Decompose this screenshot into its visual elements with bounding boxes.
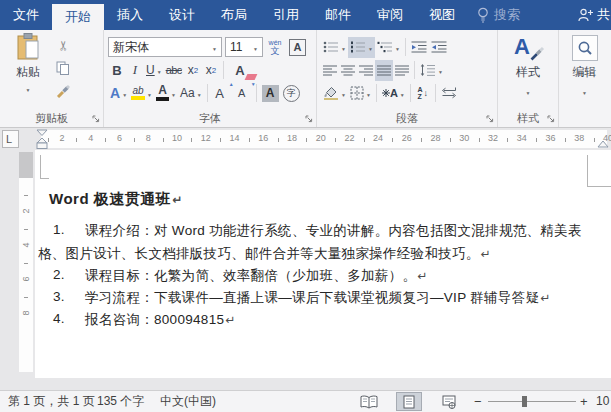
asian-layout-caret[interactable] [398, 86, 405, 100]
change-case-button[interactable]: Aa [178, 83, 204, 104]
superscript-button[interactable]: x2 [202, 60, 220, 81]
ruler-number: 28 [429, 133, 443, 143]
paste-button[interactable]: 粘贴 [7, 33, 49, 111]
enclose-characters-button[interactable]: 字 [281, 83, 302, 104]
ruler-number: 20 [314, 133, 328, 143]
paragraph-dialog-launcher[interactable] [485, 114, 495, 124]
font-color-button[interactable]: A [154, 83, 178, 104]
font-size-caret[interactable] [251, 40, 258, 54]
font-name-value: 新宋体 [113, 39, 149, 56]
character-shading-button[interactable]: A [260, 83, 281, 104]
group-clipboard: 粘贴 ✂ 剪贴板 [0, 30, 104, 127]
zoom-percentage[interactable]: 10 [596, 391, 609, 412]
bold-button[interactable]: B [108, 60, 126, 81]
tab-view[interactable]: 视图 [416, 0, 468, 30]
decrease-indent-button[interactable] [409, 37, 429, 58]
text-effects-caret[interactable] [120, 86, 127, 100]
web-layout-button[interactable] [436, 392, 462, 411]
highlight-caret[interactable] [145, 86, 152, 100]
tab-mailings[interactable]: 邮件 [312, 0, 364, 30]
numbering-caret[interactable] [366, 40, 373, 54]
subscript-button[interactable]: x2 [184, 60, 202, 81]
tab-selector[interactable]: L [2, 130, 19, 148]
divider [435, 84, 436, 102]
font-color-caret[interactable] [169, 86, 176, 100]
tell-me-search[interactable]: 搜索 [477, 0, 520, 30]
bullets-caret[interactable] [339, 40, 346, 54]
align-left-button[interactable] [321, 60, 339, 81]
phonetic-bottom: 文 [271, 47, 280, 55]
doc-line: 格、图片设计、长文档排版技巧、邮件合并等大量独家操作经验和技巧。↵ [35, 245, 611, 265]
underline-button[interactable]: U [144, 60, 164, 81]
grow-font-button[interactable]: A [211, 83, 229, 104]
align-center-button[interactable] [339, 60, 357, 81]
strikethrough-button[interactable]: abc [164, 60, 184, 81]
shading-button[interactable] [321, 83, 348, 104]
phonetic-guide-button[interactable]: wén 文 [266, 37, 284, 58]
font-dialog-launcher[interactable] [304, 114, 314, 124]
font-name-combo[interactable]: 新宋体 [108, 37, 222, 57]
line-spacing-caret[interactable] [436, 63, 443, 77]
text-boundary-mark [40, 178, 49, 179]
underline-caret[interactable] [155, 63, 162, 77]
tab-references[interactable]: 引用 [260, 0, 312, 30]
tab-review[interactable]: 审阅 [364, 0, 416, 30]
word-count[interactable]: 135 个字 [97, 391, 144, 412]
numbering-button[interactable] [348, 37, 375, 58]
character-border-button[interactable]: A [287, 37, 308, 58]
zoom-slider-track[interactable] [488, 401, 576, 402]
justify-button[interactable] [375, 60, 393, 81]
styles-caret[interactable] [526, 84, 531, 98]
multilevel-caret[interactable] [393, 40, 400, 54]
show-hide-marks-button[interactable] [439, 83, 459, 104]
tab-insert[interactable]: 插入 [104, 0, 156, 30]
text-effects-button[interactable]: A [108, 83, 129, 104]
print-layout-button[interactable] [396, 392, 422, 411]
ruler-number: 8 [141, 133, 155, 143]
document-page[interactable]: Word 极速贯通班↵ 1. 课程介绍：对 Word 功能进行系统、专业的讲解。… [35, 150, 611, 378]
increase-indent-button[interactable] [429, 37, 449, 58]
zoom-in-button[interactable]: + [580, 391, 588, 412]
zoom-out-button[interactable]: − [474, 391, 482, 412]
language-indicator[interactable]: 中文(中国) [160, 391, 216, 412]
align-right-button[interactable] [357, 60, 375, 81]
highlight-button[interactable]: ab [129, 83, 154, 104]
italic-button[interactable]: I [126, 60, 144, 81]
editing-button[interactable]: 编辑 [572, 35, 598, 110]
copy-button[interactable] [53, 58, 73, 78]
clipboard-dialog-launcher[interactable] [91, 114, 101, 124]
bullets-icon [323, 41, 339, 53]
tab-layout[interactable]: 布局 [208, 0, 260, 30]
page-indicator[interactable]: 第 1 页，共 1 页 [8, 391, 95, 412]
change-case-caret[interactable] [195, 86, 202, 100]
sort-button[interactable]: AZ ↓ [414, 83, 432, 104]
styles-button[interactable]: A 样式 [513, 35, 543, 110]
paste-dropdown-caret[interactable] [26, 81, 31, 95]
line-spacing-button[interactable] [418, 60, 445, 81]
font-name-caret[interactable] [210, 40, 217, 54]
indent-marker-right[interactable] [597, 140, 609, 148]
indent-marker-left[interactable] [36, 129, 48, 150]
styles-dialog-launcher[interactable] [546, 114, 556, 124]
zoom-slider-thumb[interactable] [522, 396, 527, 407]
font-size-combo[interactable]: 11 [225, 37, 263, 57]
editing-caret[interactable] [582, 84, 587, 98]
tab-file[interactable]: 文件 [0, 0, 52, 30]
asian-layout-button[interactable]: A [380, 83, 407, 104]
sort-icon: AZ ↓ [418, 86, 429, 100]
distribute-button[interactable] [393, 60, 411, 81]
share-button[interactable]: 共 [578, 0, 610, 30]
clear-formatting-button[interactable]: A [231, 60, 249, 81]
shrink-font-button[interactable]: A [233, 83, 251, 104]
tab-design[interactable]: 设计 [156, 0, 208, 30]
borders-button[interactable] [348, 83, 373, 104]
borders-caret[interactable] [364, 86, 371, 100]
shading-caret[interactable] [339, 86, 346, 100]
doc-line: 4. 报名咨询：800094815↵ [35, 311, 611, 331]
multilevel-list-button[interactable] [375, 37, 402, 58]
bullets-button[interactable] [321, 37, 348, 58]
tab-home[interactable]: 开始 [52, 4, 104, 30]
format-painter-button[interactable] [53, 81, 73, 101]
cut-button[interactable]: ✂ [53, 35, 73, 55]
read-mode-button[interactable] [356, 392, 382, 411]
